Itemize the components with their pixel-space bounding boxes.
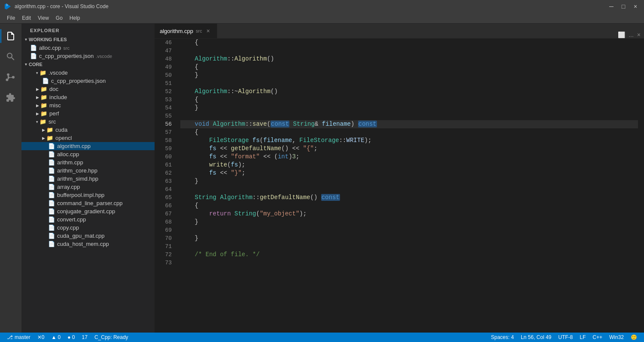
sidebar: Explorer ▾ WORKING FILES 📄 alloc.cpp src… (21, 24, 155, 333)
sidebar-header: Explorer (21, 24, 155, 35)
cpp-props-file[interactable]: 📄 c_cpp_properties.json (21, 77, 155, 85)
activity-search[interactable] (0, 46, 21, 67)
minimize-button[interactable]: ─ (607, 3, 616, 10)
close-button[interactable]: × (631, 3, 640, 10)
code-line-46: { (180, 39, 638, 47)
folder-icon: 📁 (46, 127, 53, 133)
file-icon: 📄 (48, 184, 55, 190)
git-branch-icon: ⎇ (7, 334, 13, 340)
split-editor-button[interactable]: ⬜ (618, 31, 625, 38)
ln-62: 62 (155, 169, 172, 177)
cuda-folder[interactable]: ▶ 📁 cuda (21, 126, 155, 134)
folder-icon: 📁 (46, 135, 53, 141)
code-line-54: } (180, 104, 638, 112)
ln-47: 47 (155, 47, 172, 55)
arithm-cpp-label: arithm.cpp (57, 159, 83, 166)
menubar: File Edit View Go Help (0, 13, 644, 24)
menu-edit[interactable]: Edit (18, 13, 34, 23)
src-folder[interactable]: ▾ 📁 src (21, 118, 155, 126)
info-count: ● 0 (67, 334, 75, 340)
menu-help[interactable]: Help (66, 13, 84, 23)
tabbar-actions: ⬜ ... × (614, 31, 644, 38)
file-icon: 📄 (48, 176, 55, 182)
tab-algorithm-cpp[interactable]: algorithm.cpp src × (155, 24, 217, 38)
vscode-arrow: ▾ (36, 71, 38, 75)
menu-view[interactable]: View (34, 13, 52, 23)
status-encoding[interactable]: UTF-8 (555, 334, 576, 340)
bufferpool-hpp-file[interactable]: 📄 bufferpool.impl.hpp (21, 191, 155, 199)
activity-extensions[interactable] (0, 88, 21, 108)
core-header[interactable]: ▾ CORE (21, 60, 155, 69)
working-file-alloc-badge: src (63, 45, 70, 51)
code-editor: 46 47 48 49 50 51 52 53 54 55 56 57 58 5… (155, 39, 644, 333)
src-label: src (49, 118, 56, 125)
close-editor-button[interactable]: × (637, 31, 641, 38)
working-files-header[interactable]: ▾ WORKING FILES (21, 35, 155, 44)
working-file-cpp-props[interactable]: 📄 c_cpp_properties.json .vscode (21, 52, 155, 60)
opencl-folder[interactable]: ▶ 📁 opencl (21, 134, 155, 142)
activity-explorer[interactable] (0, 26, 21, 46)
status-line-ending[interactable]: LF (576, 334, 589, 340)
opencl-label: opencl (55, 135, 72, 141)
working-file-alloc[interactable]: 📄 alloc.cpp src (21, 44, 155, 52)
status-spaces[interactable]: Spaces: 4 (488, 334, 517, 340)
cuda-host-mem-file[interactable]: 📄 cuda_host_mem.cpp (21, 240, 155, 248)
ln-68: 68 (155, 218, 172, 226)
status-info[interactable]: ● 0 (64, 333, 78, 342)
tab-close-button[interactable]: × (205, 27, 212, 34)
conj-grad-file[interactable]: 📄 conjugate_gradient.cpp (21, 207, 155, 215)
working-file-cpp-props-label: c_cpp_properties.json (39, 53, 94, 59)
menu-file[interactable]: File (3, 13, 18, 23)
include-folder[interactable]: ▶ 📁 include (21, 93, 155, 101)
opencl-arrow: ▶ (42, 136, 45, 140)
vscode-folder[interactable]: ▾ 📁 .vscode (21, 69, 155, 77)
code-line-64 (180, 185, 638, 194)
arithm-core-hpp-file[interactable]: 📄 arithm_core.hpp (21, 166, 155, 175)
cursor-position: Ln 56, Col 49 (521, 334, 551, 340)
working-file-alloc-label: alloc.cpp (39, 45, 61, 51)
file-icon: 📄 (48, 192, 55, 198)
cuda-arrow: ▶ (42, 128, 45, 132)
doc-folder[interactable]: ▶ 📁 doc (21, 85, 155, 93)
misc-folder[interactable]: ▶ 📁 misc (21, 101, 155, 109)
alloc-cpp-file[interactable]: 📄 alloc.cpp (21, 150, 155, 158)
ln-51: 51 (155, 79, 172, 88)
cuda-gpu-mat-file[interactable]: 📄 cuda_gpu_mat.cpp (21, 232, 155, 240)
activity-git[interactable] (0, 67, 21, 88)
status-warnings[interactable]: ▲ 0 (48, 333, 64, 342)
ln-55: 55 (155, 112, 172, 120)
arithm-cpp-file[interactable]: 📄 arithm.cpp (21, 158, 155, 166)
status-smiley[interactable]: 🙂 (627, 334, 641, 340)
menu-go[interactable]: Go (52, 13, 66, 23)
convert-cpp-file[interactable]: 📄 convert.cpp (21, 215, 155, 224)
array-cpp-file[interactable]: 📄 array.cpp (21, 183, 155, 191)
ln-71: 71 (155, 242, 172, 251)
cuda-host-mem-label: cuda_host_mem.cpp (57, 241, 109, 247)
status-errors[interactable]: ✕ 0 (34, 333, 48, 342)
warning-count: ▲ 0 (51, 334, 61, 340)
arithm-simd-hpp-file[interactable]: 📄 arithm_simd.hpp (21, 175, 155, 183)
status-lang[interactable]: C++ (589, 334, 606, 340)
lang-label: C++ (592, 334, 602, 340)
perf-folder[interactable]: ▶ 📁 perf (21, 109, 155, 118)
status-platform[interactable]: Win32 (606, 334, 627, 340)
folder-icon: 📁 (39, 70, 46, 76)
code-content[interactable]: { Algorithm::Algorithm() { } Algorithm::… (176, 39, 638, 333)
file-icon: 📄 (48, 224, 55, 231)
editor-scrollbar[interactable] (638, 39, 644, 333)
algorithm-cpp-file[interactable]: 📄 algorithm.cpp (21, 142, 155, 150)
code-line-58: FileStorage fs(filename, FileStorage::WR… (180, 136, 638, 145)
cmd-parser-file[interactable]: 📄 command_line_parser.cpp (21, 199, 155, 207)
main-area: Explorer ▾ WORKING FILES 📄 alloc.cpp src… (0, 24, 644, 333)
app-icon (4, 3, 11, 10)
status-git[interactable]: ⎇ master (3, 333, 34, 342)
status-language-server[interactable]: C_Cpp: Ready (91, 333, 132, 342)
maximize-button[interactable]: □ (619, 3, 628, 10)
status-count[interactable]: 17 (79, 333, 91, 342)
copy-cpp-file[interactable]: 📄 copy.cpp (21, 224, 155, 232)
code-line-62: fs << "}"; (180, 169, 638, 177)
folder-icon: 📁 (39, 118, 46, 125)
status-position[interactable]: Ln 56, Col 49 (517, 334, 555, 340)
tab-filename: algorithm.cpp (160, 28, 193, 34)
more-actions-button[interactable]: ... (629, 31, 634, 38)
